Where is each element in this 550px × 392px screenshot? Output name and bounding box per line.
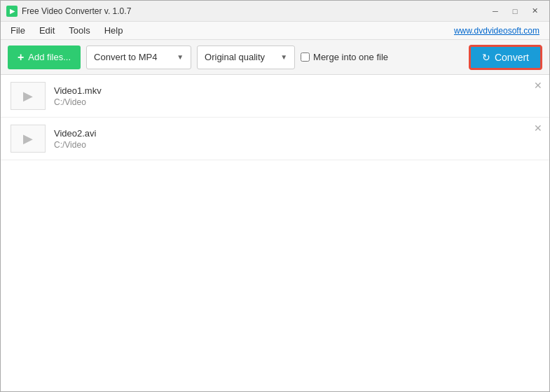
minimize-button[interactable]: ─ [486,4,504,18]
window-controls: ─ □ ✕ [486,4,544,18]
add-files-label: Add files... [28,52,71,62]
remove-button-1[interactable]: ✕ [534,80,542,90]
file-list: ▶ Video1.mkv C:/Video ✕ ▶ Video2.avi C:/… [1,75,549,391]
menu-edit[interactable]: Edit [32,23,62,38]
format-dropdown[interactable]: Convert to MP4 Convert to AVI Convert to… [86,46,191,69]
quality-select[interactable]: Original quality High quality Medium qua… [205,52,276,62]
file-name-1: Video1.mkv [54,85,539,96]
format-select[interactable]: Convert to MP4 Convert to AVI Convert to… [94,52,172,62]
maximize-button[interactable]: □ [506,4,524,18]
video-icon-2: ▶ [23,131,33,146]
website-link[interactable]: www.dvdvideosoft.com [454,26,546,36]
merge-checkbox-input[interactable] [301,52,310,62]
file-name-2: Video2.avi [54,128,539,139]
menu-help[interactable]: Help [97,23,130,38]
merge-label: Merge into one file [313,52,388,62]
file-thumb-2: ▶ [11,125,46,153]
app-title: Free Video Converter v. 1.0.7 [22,6,486,16]
menu-bar: File Edit Tools Help www.dvdvideosoft.co… [1,22,549,40]
menu-tools[interactable]: Tools [62,23,97,38]
file-item-1: ▶ Video1.mkv C:/Video ✕ [1,75,549,118]
merge-checkbox-label[interactable]: Merge into one file [301,52,388,62]
title-bar: ▶ Free Video Converter v. 1.0.7 ─ □ ✕ [1,1,549,22]
file-item-2: ▶ Video2.avi C:/Video ✕ [1,118,549,160]
format-chevron-icon: ▼ [177,53,184,61]
quality-dropdown[interactable]: Original quality High quality Medium qua… [197,46,295,69]
add-files-button[interactable]: + Add files... [8,46,81,69]
toolbar: + Add files... Convert to MP4 Convert to… [1,40,549,75]
close-button[interactable]: ✕ [525,4,544,18]
video-icon-1: ▶ [23,88,33,104]
file-thumb-1: ▶ [11,82,46,110]
file-path-2: C:/Video [54,140,539,150]
quality-chevron-icon: ▼ [280,53,287,61]
file-info-1: Video1.mkv C:/Video [54,85,539,107]
convert-label: Convert [495,52,529,63]
file-info-2: Video2.avi C:/Video [54,128,539,150]
convert-button[interactable]: ↻ Convert [469,45,542,70]
app-icon: ▶ [6,6,18,17]
file-path-1: C:/Video [54,97,539,107]
refresh-icon: ↻ [482,52,490,63]
remove-button-2[interactable]: ✕ [534,123,542,133]
plus-icon: + [18,51,24,64]
menu-file[interactable]: File [4,23,32,38]
